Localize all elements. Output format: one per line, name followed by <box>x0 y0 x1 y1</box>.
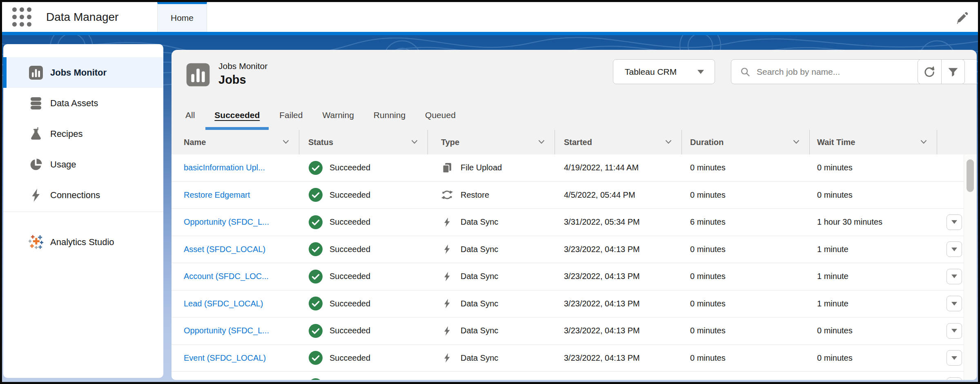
filter-icon <box>946 65 960 79</box>
success-check-icon <box>308 188 323 202</box>
app-selector-value: Tableau CRM <box>625 67 677 77</box>
column-header-actions <box>937 130 964 154</box>
status-label: Succeeded <box>330 245 370 254</box>
status-label: Succeeded <box>330 272 370 281</box>
job-name-link[interactable]: Opportunity (SFDC_L... <box>184 326 269 335</box>
scrollbar-thumb[interactable] <box>967 159 974 192</box>
success-check-icon <box>308 161 323 175</box>
row-actions-dropdown-button[interactable] <box>947 269 962 284</box>
filter-button[interactable] <box>942 60 965 84</box>
job-type-cell: Restore <box>428 182 555 209</box>
type-label: Data Sync <box>461 326 498 335</box>
wait-time-cell: 0 minutes <box>810 154 937 181</box>
column-header-duration[interactable]: Duration <box>682 130 810 154</box>
job-type-cell: Data Sync <box>428 209 555 236</box>
data-sync-icon <box>441 297 453 310</box>
wait-time-cell <box>810 372 937 380</box>
chevron-down-icon[interactable] <box>920 140 927 144</box>
sidebar-item-analytics-studio[interactable]: Analytics Studio <box>3 227 163 257</box>
column-header-name[interactable]: Name <box>172 130 299 154</box>
wait-time-cell: 1 hour 30 minutes <box>810 209 937 236</box>
table-body: basicInformation Upl... Succeeded File U… <box>172 154 964 380</box>
chevron-down-icon[interactable] <box>283 140 289 144</box>
tab-home[interactable]: Home <box>157 2 207 32</box>
column-header-type[interactable]: Type <box>428 130 555 154</box>
job-name-cell: Account (SFDC_LOC... <box>172 263 299 290</box>
global-header: Data Manager Home <box>2 2 978 32</box>
search-icon <box>739 66 751 78</box>
success-check-icon <box>308 351 323 365</box>
row-actions-dropdown-button[interactable] <box>947 350 962 366</box>
type-label: File Upload <box>461 163 502 172</box>
row-actions-dropdown-button[interactable] <box>947 214 962 230</box>
job-name-cell: Opportunity (SFDC_L... <box>172 317 299 344</box>
row-actions-dropdown-button[interactable] <box>947 241 962 257</box>
wait-time-cell: 0 minutes <box>810 317 937 344</box>
triangle-down-icon <box>951 220 957 224</box>
chevron-down-icon[interactable] <box>665 140 672 144</box>
chevron-down-icon[interactable] <box>793 140 800 144</box>
duration-cell: 0 minutes <box>682 317 810 344</box>
job-name-link[interactable]: Restore Edgemart <box>184 190 250 200</box>
sidebar-item-label: Analytics Studio <box>50 237 114 248</box>
app-launcher-icon[interactable] <box>12 7 33 27</box>
table-row: Restore Edgemart Succeeded Restore 4/5/2… <box>172 182 964 209</box>
tab-succeeded[interactable]: Succeeded <box>214 100 260 130</box>
refresh-button[interactable] <box>918 60 942 84</box>
table-row: basicInformation Upl... Succeeded File U… <box>172 154 964 182</box>
job-name-cell: Opportunity (SFDC_L... <box>172 209 299 236</box>
sidebar: Jobs Monitor Data Assets Recipes <box>3 44 163 378</box>
job-type-cell: Data Sync <box>428 345 555 372</box>
tab-warning[interactable]: Warning <box>322 100 354 130</box>
sidebar-item-connections[interactable]: Connections <box>3 180 163 210</box>
tab-failed[interactable]: Failed <box>279 100 303 130</box>
job-name-link[interactable]: Asset (SFDC_LOCAL) <box>184 245 265 254</box>
job-name-cell: Restore Edgemart <box>172 182 299 209</box>
job-status-cell: Succeeded <box>299 372 428 380</box>
job-type-cell: Data Sync <box>428 263 555 290</box>
wait-time-cell: 0 minutes <box>810 345 937 372</box>
screen: Data Manager Home <box>0 0 980 384</box>
row-action-cell <box>937 209 964 236</box>
chevron-down-icon[interactable] <box>538 140 545 144</box>
row-action-cell <box>937 372 964 380</box>
sidebar-divider <box>3 212 163 212</box>
sidebar-item-data-assets[interactable]: Data Assets <box>3 88 163 118</box>
column-header-status[interactable]: Status <box>299 130 428 154</box>
triangle-down-icon <box>951 356 957 360</box>
job-name-cell: Event (SFDC_LOCAL) <box>172 345 299 372</box>
sidebar-item-label: Data Assets <box>50 98 98 109</box>
job-name-link[interactable]: Lead (SFDC_LOCAL) <box>184 299 263 308</box>
row-action-cell <box>937 154 964 181</box>
sidebar-item-usage[interactable]: Usage <box>3 149 163 180</box>
job-name-link[interactable]: Event (SFDC_LOCAL) <box>184 353 266 363</box>
job-status-cell: Succeeded <box>299 317 428 344</box>
job-status-cell: Succeeded <box>299 290 428 317</box>
restore-icon <box>441 189 453 201</box>
breadcrumb: Jobs Monitor <box>218 61 267 71</box>
job-name-link[interactable]: Opportunity (SFDC_L... <box>184 217 269 227</box>
data-sync-icon <box>441 216 453 228</box>
jobs-monitor-panel: Jobs Monitor Jobs Tableau CRM All <box>172 50 977 380</box>
home-tab-label: Home <box>171 13 194 23</box>
tab-all[interactable]: All <box>185 100 195 130</box>
row-actions-dropdown-button[interactable] <box>947 377 962 380</box>
row-action-cell <box>937 290 964 317</box>
row-actions-dropdown-button[interactable] <box>947 296 962 311</box>
page-title: Jobs <box>218 73 246 87</box>
column-header-wait-time[interactable]: Wait Time <box>810 130 937 154</box>
chevron-down-icon[interactable] <box>411 140 418 144</box>
job-name-cell: Lead (SFDC_LOCAL) <box>172 290 299 317</box>
app-selector-dropdown[interactable]: Tableau CRM <box>613 59 715 84</box>
started-cell: 4/19/2022, 11:44 AM <box>555 154 682 181</box>
job-name-link[interactable]: Account (SFDC_LOC... <box>184 272 269 281</box>
tab-running[interactable]: Running <box>374 100 405 130</box>
edit-pencil-icon[interactable] <box>954 11 969 25</box>
triangle-down-icon <box>951 275 957 278</box>
tab-queued[interactable]: Queued <box>425 100 456 130</box>
job-name-link[interactable]: basicInformation Upl... <box>184 163 265 172</box>
column-header-started[interactable]: Started <box>555 130 682 154</box>
sidebar-item-jobs-monitor[interactable]: Jobs Monitor <box>3 57 163 88</box>
sidebar-item-recipes[interactable]: Recipes <box>3 118 163 149</box>
row-actions-dropdown-button[interactable] <box>947 323 962 339</box>
